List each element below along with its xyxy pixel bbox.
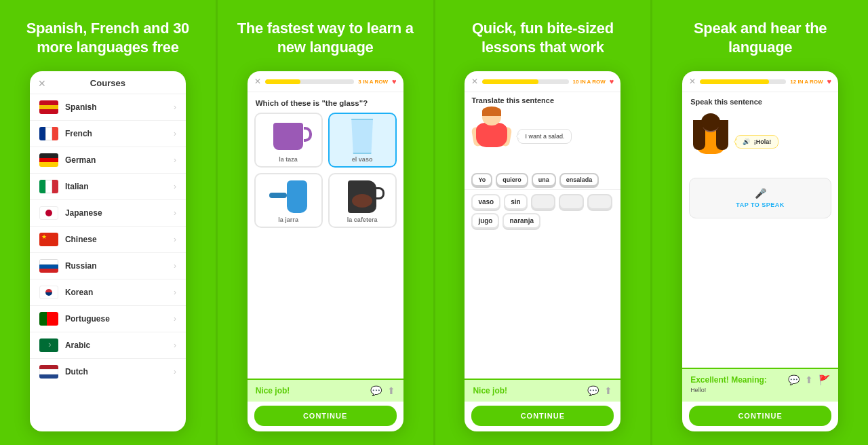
progress-label-4: 12 IN A ROW [790, 79, 823, 85]
pitcher-image [269, 180, 307, 214]
course-item-french[interactable]: French › [30, 121, 186, 147]
chevron-icon: › [174, 235, 176, 244]
quiz-option-glass[interactable]: el vaso [328, 113, 397, 168]
chip-ensalada[interactable]: ensalada [559, 173, 599, 187]
word-bank: vaso sin ___ ___ ___ jugo naranja [465, 190, 620, 233]
course-item-chinese[interactable]: ★ Chinese › [30, 227, 186, 253]
courses-title: Courses [90, 78, 125, 88]
nice-job-text: Nice job! [256, 386, 290, 395]
chip-quiero[interactable]: quiero [496, 173, 528, 187]
quiz-options-grid: la taza el vaso la jarra [248, 113, 403, 228]
course-name-russian: Russian [65, 261, 174, 271]
share-icon[interactable]: ⬆ [387, 385, 395, 396]
chat-icon[interactable]: 💬 [370, 385, 382, 396]
coffeepot-label: la cafetera [347, 216, 378, 223]
flag-ar: ☽ [39, 338, 58, 352]
chevron-icon: › [174, 261, 176, 271]
speak-input-area[interactable]: 🎤 TAP TO SPEAK [689, 178, 831, 218]
course-item-spanish[interactable]: Spanish › [30, 94, 186, 121]
nice-job-bar-3: Nice job! 💬 ⬆ [465, 379, 620, 402]
course-name-dutch: Dutch [65, 367, 174, 376]
chip-blank-1: ___ [531, 194, 556, 210]
glass-label: el vaso [352, 156, 373, 163]
courses-header: ✕ Courses [30, 71, 186, 94]
chevron-icon: › [174, 208, 176, 218]
course-name-arabic: Arabic [65, 341, 174, 350]
panel4-title: Speak and hear the language [665, 19, 856, 56]
translate-section: Translate this sentence I want a salad. [465, 92, 620, 170]
close-icon[interactable]: ✕ [254, 77, 261, 86]
course-item-italian[interactable]: Italian › [30, 174, 186, 200]
feedback-icons-3: 💬 ⬆ [587, 385, 612, 396]
course-item-russian[interactable]: Russian › [30, 253, 186, 279]
flag-it [39, 180, 58, 193]
chevron-icon: › [174, 129, 176, 138]
chevron-icon: › [174, 155, 176, 165]
glass-image [343, 119, 381, 153]
flag-fr [39, 127, 58, 140]
course-item-japanese[interactable]: Japanese › [30, 200, 186, 227]
panel1-title: Spanish, French and 30 more languages fr… [12, 19, 203, 56]
share-icon-3[interactable]: ⬆ [604, 385, 612, 396]
course-item-portuguese[interactable]: Portuguese › [30, 306, 186, 332]
course-name-german: German [65, 155, 174, 165]
close-icon[interactable]: ✕ [471, 77, 478, 86]
chip-vaso[interactable]: vaso [471, 194, 500, 210]
coffeepot-image [343, 180, 381, 214]
chip-naranja[interactable]: naranja [502, 213, 540, 229]
chevron-icon: › [174, 314, 176, 324]
course-name-italian: Italian [65, 182, 174, 191]
course-name-portuguese: Portuguese [65, 314, 174, 324]
share-icon-4[interactable]: ⬆ [805, 374, 813, 385]
flag-icon-4[interactable]: 🚩 [818, 374, 830, 385]
excellent-title: Excellent! Meaning: [690, 375, 767, 385]
chat-icon-3[interactable]: 💬 [587, 385, 599, 396]
chip-sin[interactable]: sin [504, 194, 527, 210]
chip-jugo[interactable]: jugo [471, 213, 499, 229]
chat-icon-4[interactable]: 💬 [788, 374, 800, 385]
continue-button-4[interactable]: CONTINUE [689, 406, 831, 426]
chevron-icon: › [174, 182, 176, 191]
continue-button-3[interactable]: CONTINUE [471, 406, 614, 426]
excellent-sub: Hello! [690, 387, 830, 393]
quiz-question: Which of these is "the glass"? [248, 92, 403, 113]
panel3-title: Quick, fun bite-sized lessons that work [448, 19, 639, 56]
chevron-icon: › [174, 102, 176, 112]
continue-button[interactable]: CONTINUE [254, 406, 397, 426]
course-name-japanese: Japanese [65, 208, 174, 218]
close-icon[interactable]: ✕ [689, 77, 696, 86]
feedback-icons: 💬 ⬆ [370, 385, 395, 396]
progress-bar-fill [265, 79, 301, 84]
quiz-option-coffeepot[interactable]: la cafetera [328, 173, 397, 228]
progress-label: 3 IN A ROW [358, 79, 388, 85]
phone-mockup-4: ✕ 12 IN A ROW ♥ Speak this sentence [682, 71, 838, 431]
excellent-row: Excellent! Meaning: 💬 ⬆ 🚩 [690, 374, 830, 385]
close-icon[interactable]: ✕ [38, 78, 46, 89]
progress-bar-fill-4 [700, 79, 769, 84]
panel2-title: The fastest way to learn a new language [230, 19, 421, 56]
panel-languages: Spanish, French and 30 more languages fr… [0, 0, 216, 445]
course-item-arabic[interactable]: ☽ Arabic › [30, 332, 186, 359]
course-name-korean: Korean [65, 288, 174, 297]
course-item-german[interactable]: German › [30, 147, 186, 174]
flag-nl [39, 365, 58, 379]
course-item-dutch[interactable]: Dutch › [30, 359, 186, 385]
chevron-icon: › [174, 367, 176, 376]
feedback-icons-4: 💬 ⬆ 🚩 [788, 374, 830, 385]
chip-una[interactable]: una [532, 173, 556, 187]
course-item-korean[interactable]: Korean › [30, 279, 186, 306]
panel-quiz: The fastest way to learn a new language … [216, 0, 433, 445]
chevron-icon: › [174, 341, 176, 350]
progress-bar-fill-3 [482, 79, 538, 84]
chip-yo[interactable]: Yo [471, 173, 492, 187]
chip-blank-2: ___ [559, 194, 584, 210]
quiz-option-mug[interactable]: la taza [254, 113, 323, 168]
speak-question-area: Speak this sentence 🔊 ¡Hola! [682, 92, 838, 174]
excellent-box: Excellent! Meaning: 💬 ⬆ 🚩 Hello! [682, 368, 838, 402]
course-name-chinese: Chinese [65, 235, 174, 244]
chip-blank-3: ___ [587, 194, 612, 210]
mug-image [269, 119, 307, 153]
quiz-top-bar-3: ✕ 10 IN A ROW ♥ [465, 71, 620, 92]
quiz-option-pitcher[interactable]: la jarra [254, 173, 323, 228]
flag-de [39, 153, 58, 167]
